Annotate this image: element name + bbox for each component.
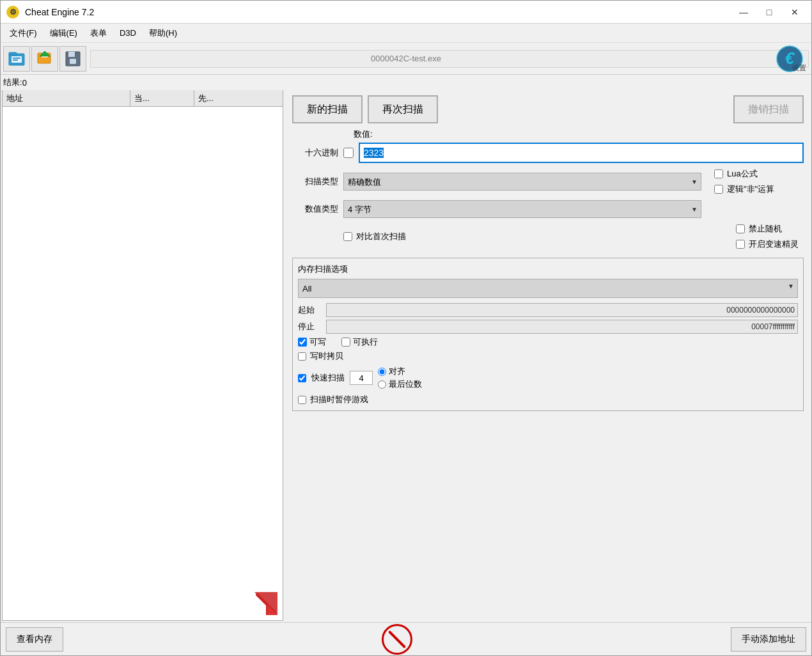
writable-item: 可写: [298, 336, 326, 348]
no-icon: [382, 624, 412, 655]
menu-edit[interactable]: 编辑(E): [43, 25, 84, 42]
copy-on-write-checkbox[interactable]: [298, 352, 306, 361]
stop-label: 停止: [298, 321, 321, 332]
start-addr-row: 起始 0000000000000000: [298, 303, 798, 317]
settings-label[interactable]: 设置: [792, 63, 806, 73]
memory-options-group: 内存扫描选项 All Mapped Image Private ▼ 起始 000…: [292, 258, 804, 411]
col-header-current: 当...: [130, 90, 194, 106]
copy-on-write-label: 写时拷贝: [310, 350, 343, 362]
arrow-indicator: [254, 592, 277, 615]
value-type-select[interactable]: 2 字节 4 字节 8 字节 浮点数 双精度浮点 字节 字节数组 字符串: [343, 200, 701, 218]
list-header: 地址 当... 先...: [3, 90, 283, 107]
memory-region-select[interactable]: All Mapped Image Private: [298, 279, 798, 298]
open-file-button[interactable]: [31, 46, 58, 72]
right-options-col: Lua公式 逻辑"非"运算: [714, 168, 804, 195]
open-process-button[interactable]: [3, 46, 30, 72]
memory-options-title: 内存扫描选项: [298, 263, 798, 275]
title-left: ⚙ Cheat Engine 7.2: [6, 5, 94, 19]
pause-game-row: 扫描时暂停游戏: [298, 394, 798, 405]
results-label: 结果:: [3, 77, 22, 88]
value-label: 数值:: [354, 129, 804, 140]
align-radio[interactable]: [378, 368, 386, 376]
compare-first-label: 对比首次扫描: [356, 231, 406, 242]
start-label: 起始: [298, 304, 321, 316]
process-bar: [90, 50, 809, 68]
compare-first-row: 对比首次扫描: [343, 223, 406, 250]
fast-scan-checkbox[interactable]: [298, 374, 306, 382]
close-button[interactable]: ✕: [783, 3, 806, 21]
svg-text:⚙: ⚙: [10, 8, 17, 17]
alignment-radio-group: 对齐 最后位数: [378, 366, 422, 390]
menu-bar: 文件(F) 编辑(E) 表单 D3D 帮助(H): [1, 24, 811, 43]
lua-formula-checkbox[interactable]: [714, 169, 723, 178]
stop-addr-row: 停止 00007fffffffffff: [298, 320, 798, 334]
value-type-wrapper: 2 字节 4 字节 8 字节 浮点数 双精度浮点 字节 字节数组 字符串 ▼: [343, 200, 701, 218]
writable-checkbox[interactable]: [298, 338, 307, 347]
window-title: Cheat Engine 7.2: [25, 7, 94, 17]
menu-d3d[interactable]: D3D: [113, 26, 143, 40]
hex-checkbox[interactable]: [343, 148, 354, 158]
main-area: 地址 当... 先... 新的扫描 再次扫描 撤销扫描: [1, 90, 811, 622]
bottom-center: [382, 624, 412, 655]
next-scan-button[interactable]: 再次扫描: [368, 95, 438, 123]
compare-and-right: 对比首次扫描 禁止随机 开启变速精灵: [292, 223, 804, 250]
pause-game-checkbox[interactable]: [298, 396, 306, 404]
title-controls: — □ ✕: [732, 3, 806, 21]
new-scan-button[interactable]: 新的扫描: [292, 95, 363, 123]
hex-row: 十六进制: [292, 143, 804, 163]
menu-file[interactable]: 文件(F): [3, 25, 43, 42]
menu-help[interactable]: 帮助(H): [143, 25, 183, 42]
main-window: ⚙ Cheat Engine 7.2 — □ ✕ 文件(F) 编辑(E) 表单 …: [0, 0, 812, 656]
disable-random-checkbox[interactable]: [736, 224, 745, 233]
scan-buttons-row: 新的扫描 再次扫描 撤销扫描: [292, 95, 804, 123]
last-digit-radio[interactable]: [378, 380, 386, 389]
last-digit-label: 最后位数: [389, 379, 422, 390]
app-icon: ⚙: [6, 5, 20, 19]
value-input[interactable]: [359, 143, 804, 163]
address-list-panel: 地址 当... 先...: [2, 90, 283, 621]
scan-type-row: 扫描类型 精确数值 比上次变化了 变动的数值 未变动的值 增加了的值 减少了的值…: [292, 168, 804, 195]
scan-panel: 新的扫描 再次扫描 撤销扫描 数值: 十六进制 扫描类型 精确数值: [285, 90, 811, 622]
disable-random-row: 禁止随机: [736, 223, 799, 235]
save-button[interactable]: [59, 46, 86, 72]
svg-rect-6: [13, 59, 18, 61]
scan-type-select[interactable]: 精确数值 比上次变化了 变动的数值 未变动的值 增加了的值 减少了的值 比…大 …: [343, 173, 701, 191]
speedhack-label: 开启变速精灵: [749, 238, 799, 250]
col-header-address: 地址: [3, 90, 130, 106]
fast-scan-row: 快速扫描 对齐 最后位数: [298, 366, 798, 390]
lua-formula-label: Lua公式: [727, 168, 758, 180]
fast-scan-input[interactable]: [350, 371, 373, 385]
svg-rect-11: [68, 52, 75, 57]
value-section: 数值: 十六进制: [292, 129, 804, 163]
not-operator-label: 逻辑"非"运算: [727, 184, 774, 195]
cancel-scan-button[interactable]: 撤销扫描: [733, 95, 804, 123]
add-address-button[interactable]: 手动添加地址: [731, 627, 806, 652]
executable-checkbox[interactable]: [341, 338, 350, 347]
speedhack-checkbox[interactable]: [736, 240, 745, 249]
compare-first-checkbox[interactable]: [343, 232, 352, 241]
menu-table[interactable]: 表单: [84, 25, 113, 42]
maximize-button[interactable]: □: [758, 3, 781, 21]
results-bar: 结果: 0: [1, 75, 811, 90]
not-operator-checkbox[interactable]: [714, 185, 723, 194]
hex-label: 十六进制: [292, 147, 338, 159]
value-type-label: 数值类型: [292, 203, 338, 215]
toolbar: 0000042C-test.exe € 设置: [1, 43, 811, 75]
results-count: 0: [22, 78, 27, 88]
right-options-bottom: 禁止随机 开启变速精灵: [736, 223, 799, 250]
writable-label: 可写: [309, 336, 326, 348]
not-operator-row: 逻辑"非"运算: [714, 184, 804, 195]
scan-type-label: 扫描类型: [292, 176, 338, 187]
pause-game-label: 扫描时暂停游戏: [310, 394, 368, 405]
minimize-button[interactable]: —: [732, 3, 755, 21]
start-value: 0000000000000000: [326, 303, 798, 317]
last-digit-radio-item: 最后位数: [378, 379, 422, 390]
scan-type-wrapper: 精确数值 比上次变化了 变动的数值 未变动的值 增加了的值 减少了的值 比…大 …: [343, 173, 701, 191]
address-list-body: [3, 107, 283, 620]
memory-region-wrapper: All Mapped Image Private ▼: [298, 279, 798, 298]
svg-rect-12: [70, 59, 76, 64]
view-memory-button[interactable]: 查看内存: [6, 627, 63, 652]
col-header-previous: 先...: [194, 90, 283, 106]
copy-on-write-row: 写时拷贝: [298, 350, 798, 362]
disable-random-label: 禁止随机: [749, 223, 782, 235]
